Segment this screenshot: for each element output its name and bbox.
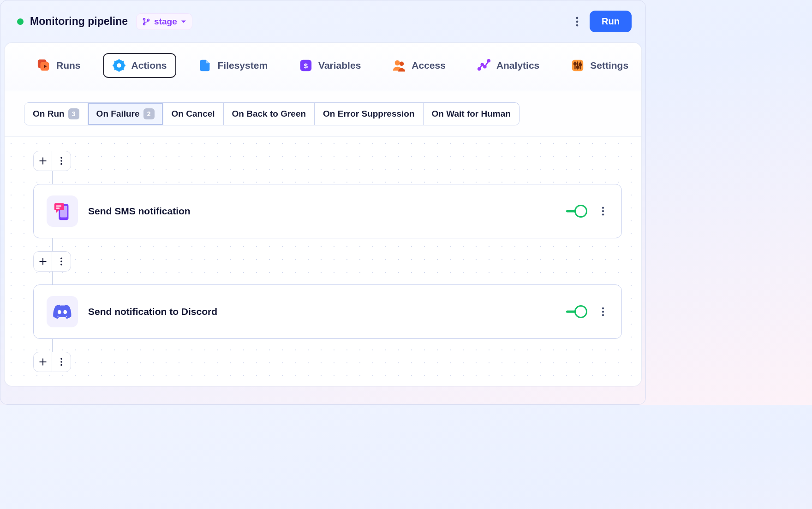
actions-icon <box>112 59 126 72</box>
svg-point-2 <box>148 19 149 21</box>
tab-label: Access <box>412 60 446 71</box>
runs-icon <box>37 59 51 72</box>
tab-analytics[interactable]: Analytics <box>468 53 549 78</box>
node-more-button[interactable] <box>52 352 71 372</box>
svg-point-53 <box>60 361 62 363</box>
svg-rect-16 <box>112 65 115 66</box>
svg-point-33 <box>60 157 62 159</box>
filter-count-badge: 3 <box>68 108 79 119</box>
svg-rect-40 <box>56 207 60 208</box>
page-header: Monitoring pipeline stage Run <box>0 0 645 42</box>
action-more-button[interactable] <box>597 307 609 317</box>
filter-label: On Error Suppression <box>323 109 414 119</box>
status-dot-icon <box>17 18 24 25</box>
main-card: Runs <box>4 42 642 386</box>
git-branch-icon <box>142 18 150 26</box>
tab-settings[interactable]: Settings <box>561 53 638 78</box>
tab-runs[interactable]: Runs <box>28 53 90 78</box>
tab-label: Runs <box>56 60 81 71</box>
filter-count-badge: 2 <box>143 108 155 119</box>
tab-actions[interactable]: Actions <box>103 53 176 78</box>
access-icon <box>392 59 406 72</box>
filter-label: On Cancel <box>172 109 215 119</box>
action-title: Send SMS notification <box>88 206 555 217</box>
tab-label: Variables <box>318 60 361 71</box>
svg-point-54 <box>60 364 62 366</box>
branch-label: stage <box>154 17 177 27</box>
filter-on-run[interactable]: On Run 3 <box>24 103 88 125</box>
tab-variables[interactable]: $ Variables <box>290 53 370 78</box>
svg-point-44 <box>60 258 62 260</box>
run-button[interactable]: Run <box>590 11 632 32</box>
more-vertical-icon <box>576 16 579 27</box>
svg-point-48 <box>63 310 67 314</box>
flow-canvas: Send SMS notification <box>5 137 641 386</box>
svg-rect-12 <box>123 65 125 66</box>
filter-on-back-to-green[interactable]: On Back to Green <box>224 103 315 125</box>
add-action-button[interactable] <box>34 352 52 372</box>
tab-label: Actions <box>131 60 167 71</box>
svg-point-34 <box>60 160 62 162</box>
add-action-button[interactable] <box>34 151 52 171</box>
more-vertical-icon <box>602 206 604 216</box>
svg-point-28 <box>574 63 576 65</box>
svg-point-51 <box>602 314 604 316</box>
tab-label: Filesystem <box>218 60 268 71</box>
svg-point-22 <box>478 67 481 71</box>
filter-label: On Back to Green <box>232 109 306 119</box>
svg-rect-39 <box>56 206 61 207</box>
svg-point-20 <box>395 60 400 65</box>
svg-point-25 <box>487 59 490 63</box>
filter-on-failure[interactable]: On Failure 2 <box>88 103 163 125</box>
svg-point-49 <box>602 307 604 309</box>
more-vertical-icon <box>57 357 66 367</box>
svg-point-32 <box>579 64 582 66</box>
svg-point-43 <box>602 213 604 215</box>
svg-text:$: $ <box>304 62 308 70</box>
filesystem-icon <box>198 59 212 72</box>
tab-bar: Runs <box>5 43 641 91</box>
svg-point-50 <box>602 311 604 313</box>
svg-point-42 <box>602 210 604 212</box>
tab-label: Analytics <box>496 60 539 71</box>
sms-icon <box>47 195 78 227</box>
action-title: Send notification to Discord <box>88 306 555 317</box>
node-more-button[interactable] <box>52 252 71 271</box>
trigger-segmented: On Run 3 On Failure 2 On Cancel On Back … <box>24 102 519 125</box>
svg-rect-10 <box>118 59 119 62</box>
branch-selector[interactable]: stage <box>136 13 192 30</box>
action-card-discord[interactable]: Send notification to Discord <box>33 284 622 339</box>
filter-bar: On Run 3 On Failure 2 On Cancel On Back … <box>5 91 641 137</box>
discord-icon <box>47 296 78 327</box>
more-vertical-icon <box>57 257 66 266</box>
svg-point-24 <box>483 65 487 69</box>
svg-point-9 <box>117 63 121 67</box>
variables-icon: $ <box>299 59 313 72</box>
add-action-button[interactable] <box>34 252 52 271</box>
action-more-button[interactable] <box>597 206 609 216</box>
add-node-control <box>33 352 71 372</box>
filter-on-cancel[interactable]: On Cancel <box>163 103 224 125</box>
analytics-icon <box>477 59 491 72</box>
filter-label: On Failure <box>96 109 140 119</box>
plus-icon <box>38 357 48 367</box>
header-more-button[interactable] <box>568 13 586 30</box>
pipeline-title: Monitoring pipeline <box>30 15 128 28</box>
svg-point-30 <box>577 66 579 68</box>
filter-on-wait-for-human[interactable]: On Wait for Human <box>424 103 519 125</box>
more-vertical-icon <box>57 156 66 166</box>
plus-icon <box>38 156 48 166</box>
svg-rect-38 <box>54 203 64 210</box>
action-card-sms[interactable]: Send SMS notification <box>33 184 622 238</box>
filter-label: On Run <box>33 109 65 119</box>
action-toggle[interactable] <box>565 206 587 217</box>
svg-point-46 <box>60 264 62 266</box>
tab-access[interactable]: Access <box>383 53 455 78</box>
svg-point-45 <box>60 260 62 262</box>
action-toggle[interactable] <box>565 306 587 317</box>
tab-filesystem[interactable]: Filesystem <box>189 53 277 78</box>
add-node-control <box>33 151 71 171</box>
svg-point-5 <box>576 24 579 26</box>
filter-on-error-suppression[interactable]: On Error Suppression <box>315 103 423 125</box>
node-more-button[interactable] <box>52 151 71 171</box>
